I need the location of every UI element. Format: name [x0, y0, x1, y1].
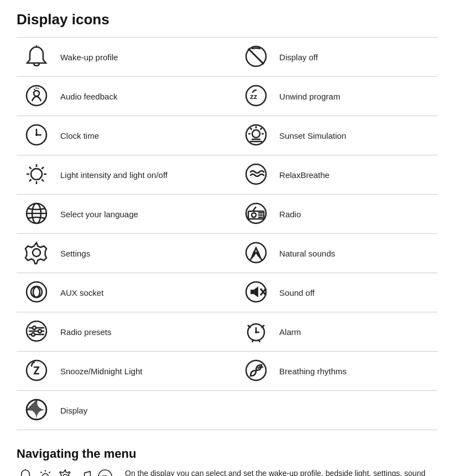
right-icon-cell: [236, 116, 276, 155]
left-icon-cell: [17, 273, 57, 312]
display-off-icon: [242, 42, 270, 71]
svg-point-20: [31, 169, 42, 180]
svg-point-40: [33, 249, 40, 257]
svg-line-26: [42, 180, 44, 182]
aux-icon: [22, 278, 51, 306]
right-icon-cell: [236, 155, 276, 195]
svg-point-68: [43, 474, 49, 476]
svg-text:zz: zz: [250, 92, 258, 101]
unwind-icon: zz: [242, 81, 270, 110]
svg-point-54: [32, 333, 35, 336]
left-icon-cell: [17, 312, 57, 352]
right-label: Alarm: [276, 312, 437, 352]
nav-description: On the display you can select and set th…: [125, 468, 437, 476]
natural-sounds-icon: [242, 238, 270, 267]
clock-icon: [22, 121, 51, 149]
right-label: Sunset Simulation: [276, 116, 437, 155]
right-label: Display off: [276, 38, 437, 77]
relax-breathe-icon: [242, 160, 270, 189]
svg-line-60: [262, 325, 264, 328]
left-label: Select your language: [57, 195, 218, 234]
left-label: Radio presets: [57, 312, 218, 352]
left-icon-cell: [17, 38, 57, 77]
svg-point-12: [252, 130, 260, 138]
right-label: Breathing rhythms: [276, 352, 437, 391]
right-icon-cell: [236, 234, 276, 273]
right-label: RelaxBreathe: [276, 155, 437, 195]
section-title: Display icons: [17, 11, 437, 28]
right-icon-cell: [236, 312, 276, 352]
left-label: Wake-up profile: [57, 38, 218, 77]
settings-icon: [22, 238, 51, 267]
breathing-icon: [242, 356, 270, 385]
table-row: Wake-up profile Display off: [17, 38, 437, 77]
audio-feedback-icon: [22, 81, 51, 110]
radio-presets-icon: [22, 317, 51, 346]
svg-point-10: [35, 134, 38, 136]
radio-icon: [242, 199, 270, 228]
left-icon-cell: [17, 352, 57, 391]
left-label: Audio feedback: [57, 77, 218, 116]
table-row: Radio presets Alarm: [17, 312, 437, 352]
svg-line-27: [42, 167, 44, 169]
left-icon-cell: [17, 155, 57, 195]
bell-icon: [22, 42, 51, 71]
table-row: Light intensity and light on/off RelaxBr…: [17, 155, 437, 195]
left-label: AUX socket: [57, 273, 218, 312]
left-label: Display: [57, 391, 218, 430]
svg-text:zz: zz: [102, 474, 107, 476]
left-label: Snooze/Midnight Light: [57, 352, 218, 391]
svg-line-2: [248, 49, 264, 64]
language-icon: [22, 199, 51, 228]
svg-line-17: [250, 128, 252, 130]
table-row: Display: [17, 391, 437, 430]
right-icon-cell: [236, 38, 276, 77]
right-icon-cell: zz: [236, 77, 276, 116]
icons-table: Wake-up profile Display off Audio feedba…: [17, 37, 437, 430]
svg-point-53: [38, 329, 41, 333]
light-intensity-icon: [22, 160, 51, 189]
svg-point-4: [34, 91, 39, 96]
svg-line-28: [29, 180, 32, 182]
nav-title: Navigating the menu: [17, 447, 437, 461]
alarm-icon: [242, 317, 270, 346]
nav-section: zz On the display you can select and set…: [17, 468, 437, 476]
svg-line-82: [85, 472, 91, 473]
right-label: Radio: [276, 195, 437, 234]
table-row: Audio feedback zz Unwind program: [17, 77, 437, 116]
sound-off-icon: [242, 278, 270, 306]
right-label: Unwind program: [276, 77, 437, 116]
right-icon-cell: [236, 273, 276, 312]
svg-line-75: [49, 472, 50, 473]
svg-point-35: [252, 213, 256, 217]
display-icon: [22, 395, 51, 424]
left-label: Clock time: [57, 116, 218, 155]
left-icon-cell: [17, 77, 57, 116]
table-row: Snooze/Midnight Light Breathing rhythms: [17, 352, 437, 391]
sunset-icon: [242, 121, 270, 149]
right-icon-cell: [236, 352, 276, 391]
table-row: Select your language Radio: [17, 195, 437, 234]
right-label: Natural sounds: [276, 234, 437, 273]
svg-line-59: [248, 325, 251, 328]
left-label: Light intensity and light on/off: [57, 155, 218, 195]
right-label: Sound off: [276, 273, 437, 312]
left-icon-cell: [17, 116, 57, 155]
left-label: Settings: [57, 234, 218, 273]
right-icon-cell: [236, 195, 276, 234]
table-row: Settings Natural sounds: [17, 234, 437, 273]
table-row: Clock time Sunset Simulation: [17, 116, 437, 155]
left-icon-cell: [17, 234, 57, 273]
left-icon-cell: [17, 195, 57, 234]
svg-marker-45: [251, 286, 258, 297]
svg-point-52: [33, 326, 36, 329]
nav-icons: zz: [17, 468, 114, 476]
snooze-icon: [22, 356, 51, 385]
table-row: AUX socket Sound off: [17, 273, 437, 312]
svg-line-16: [260, 128, 262, 130]
svg-point-58: [255, 331, 257, 333]
svg-line-73: [40, 472, 41, 473]
left-icon-cell: [17, 391, 57, 430]
svg-point-42: [27, 282, 46, 302]
svg-line-25: [29, 167, 32, 169]
